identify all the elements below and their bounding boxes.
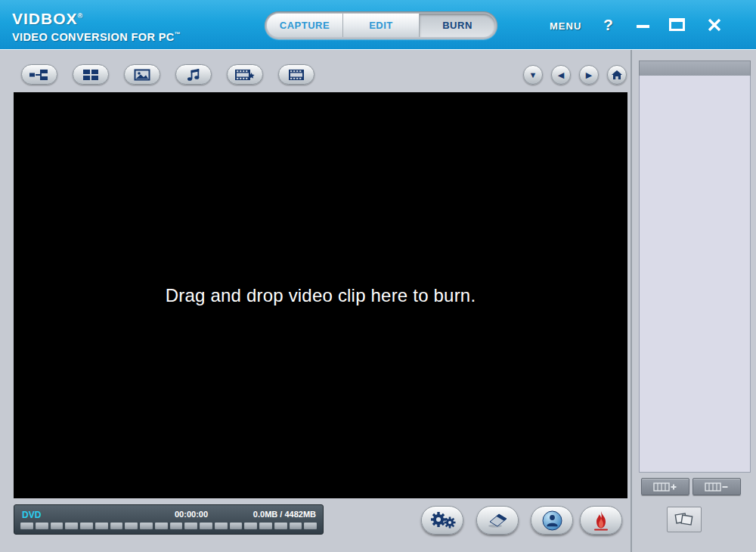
meter-segment xyxy=(170,523,183,529)
burn-drop-zone[interactable]: Drag and drop video clip here to burn. xyxy=(14,92,627,498)
gears-icon xyxy=(429,510,456,530)
photos-button[interactable] xyxy=(667,507,702,532)
meter-segment xyxy=(259,523,272,529)
elapsed-time: 00:00:00 xyxy=(175,510,208,519)
burn-button[interactable] xyxy=(580,506,622,535)
image-icon xyxy=(134,69,150,81)
minimize-button[interactable] xyxy=(637,25,649,28)
thumbnails-icon xyxy=(82,69,99,81)
photos-icon xyxy=(674,510,695,529)
info-person-icon xyxy=(542,510,562,531)
device-connect-icon xyxy=(29,69,49,81)
meter-segment xyxy=(215,523,228,529)
meter-segment xyxy=(140,523,153,529)
meter-segment xyxy=(155,523,168,529)
film-remove-icon xyxy=(705,482,729,492)
app-logo: VIDBOX® VIDEO CONVERSION FOR PC™ xyxy=(12,7,181,44)
meter-segment xyxy=(244,523,257,529)
drop-message: Drag and drop video clip here to burn. xyxy=(166,285,476,306)
meter-segment xyxy=(184,523,197,529)
disc-info-button[interactable] xyxy=(531,506,573,535)
logo-title: VIDBOX® xyxy=(12,7,181,28)
audio-notes-icon xyxy=(186,68,201,82)
flame-icon xyxy=(592,510,610,531)
nav-down-button[interactable]: ▼ xyxy=(523,65,543,85)
thumbnails-button[interactable] xyxy=(73,64,109,85)
tab-capture[interactable]: CAPTURE xyxy=(267,14,343,37)
tab-edit[interactable]: EDIT xyxy=(343,14,420,37)
disc-capacity: 0.0MB / 4482MB xyxy=(253,510,316,519)
meter-segment xyxy=(80,523,93,529)
tab-burn[interactable]: BURN xyxy=(420,14,495,37)
video-settings-button[interactable] xyxy=(227,64,263,85)
burn-list-header xyxy=(639,60,751,76)
capacity-meter xyxy=(20,523,317,529)
burn-list-panel xyxy=(631,50,756,552)
meter-segment xyxy=(200,523,212,529)
meter-segment xyxy=(36,523,48,529)
arrow-right-icon: ▶ xyxy=(586,70,592,80)
meter-segment xyxy=(304,523,317,529)
meter-segment xyxy=(125,523,138,529)
device-connect-button[interactable] xyxy=(21,64,57,85)
nav-back-button[interactable]: ◀ xyxy=(551,65,571,85)
logo-title-text: VIDBOX xyxy=(12,10,78,27)
video-settings-icon xyxy=(235,68,256,82)
meter-segment xyxy=(95,523,108,529)
trademark-mark: ™ xyxy=(175,31,181,38)
title-bar: VIDBOX® VIDEO CONVERSION FOR PC™ CAPTURE… xyxy=(0,0,756,50)
maximize-button[interactable] xyxy=(669,18,685,31)
remove-chapter-button[interactable] xyxy=(692,478,741,495)
nav-home-button[interactable] xyxy=(607,65,627,85)
meter-segment xyxy=(110,523,123,529)
meter-segment xyxy=(20,523,33,529)
burn-settings-button[interactable] xyxy=(421,506,463,535)
film-add-icon xyxy=(653,482,677,492)
home-icon xyxy=(611,70,623,80)
disc-status-bar: DVD 00:00:00 0.0MB / 4482MB xyxy=(14,504,324,535)
eraser-icon xyxy=(487,513,508,528)
video-clip-button[interactable] xyxy=(278,64,314,85)
close-icon xyxy=(707,17,722,33)
add-chapter-button[interactable] xyxy=(641,478,689,495)
erase-disc-button[interactable] xyxy=(476,506,519,535)
meter-segment xyxy=(274,523,287,529)
logo-subtitle: VIDEO CONVERSION FOR PC™ xyxy=(12,28,181,44)
arrow-left-icon: ◀ xyxy=(558,70,564,80)
disc-type-label: DVD xyxy=(22,510,41,520)
help-button[interactable]: ? xyxy=(603,16,613,34)
meter-segment xyxy=(230,523,243,529)
meter-segment xyxy=(65,523,78,529)
audio-button[interactable] xyxy=(175,64,212,85)
meter-segment xyxy=(290,523,302,529)
nav-forward-button[interactable]: ▶ xyxy=(579,65,599,85)
menu-button[interactable]: MENU xyxy=(550,20,581,32)
meter-segment xyxy=(51,523,64,529)
logo-subtitle-text: VIDEO CONVERSION FOR PC xyxy=(12,31,175,43)
burn-list[interactable] xyxy=(639,76,751,473)
close-button[interactable] xyxy=(707,17,722,33)
image-button[interactable] xyxy=(124,64,160,85)
video-clip-icon xyxy=(288,69,305,81)
arrow-down-icon: ▼ xyxy=(529,70,538,79)
mode-tab-group: CAPTURE EDIT BURN xyxy=(265,11,497,39)
registered-mark: ® xyxy=(78,12,84,20)
